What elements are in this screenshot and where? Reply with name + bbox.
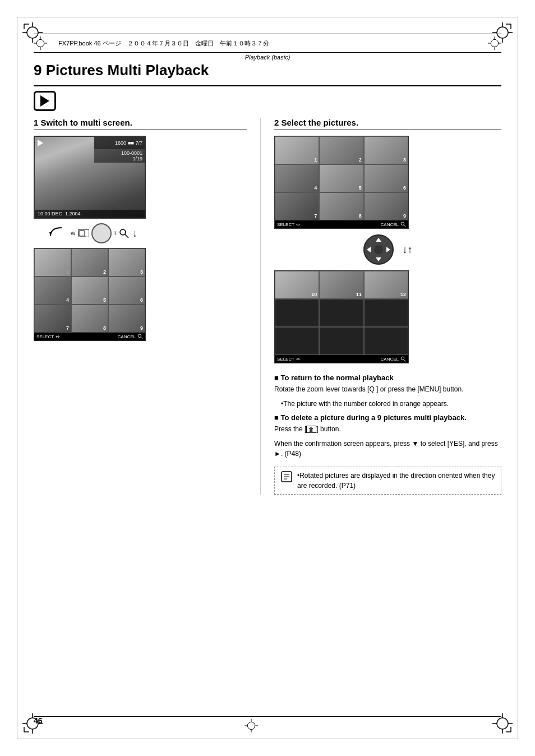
svg-point-28 <box>36 39 44 47</box>
grid-num-2: 2 <box>103 269 106 275</box>
cam-overlay-bar: 1600 ■■ 7/7 <box>94 137 145 149</box>
svg-point-41 <box>120 229 126 235</box>
svg-line-48 <box>404 359 405 361</box>
grid-cell-7: 7 <box>34 305 71 333</box>
zoom-icon <box>78 229 89 237</box>
grid-cell-9: 9 <box>108 305 145 333</box>
page-number: 46 <box>34 716 43 725</box>
right-num-7: 7 <box>314 213 317 219</box>
zoom-lever-arrow <box>45 225 67 242</box>
grid-num-7: 7 <box>66 325 69 331</box>
grid-cell-8: 8 <box>71 305 108 333</box>
note1-bullet: •The picture with the number colored in … <box>274 399 501 409</box>
down-arrow-indicator: ↓ <box>132 228 137 239</box>
svg-line-42 <box>125 234 128 238</box>
svg-rect-39 <box>79 231 85 236</box>
right-num-6: 6 <box>403 185 406 191</box>
right-cancel-top-label: CANCEL <box>381 222 399 227</box>
cam-icons: ■■ 7/7 <box>128 140 142 146</box>
trash-icon-inline: 🗑 <box>306 426 316 433</box>
right-dark-cell-2 <box>319 299 363 327</box>
grid-num-8: 8 <box>103 325 106 331</box>
left-select-arrows: ⇔ <box>56 334 60 339</box>
right-cell-4: 4 <box>275 164 319 192</box>
right-select-bottom: SELECT ⇔ <box>277 357 300 362</box>
right-num-8: 8 <box>359 213 362 219</box>
right-select-bottom-arrows: ⇔ <box>296 357 300 362</box>
svg-point-45 <box>401 222 404 225</box>
content-columns: 1 Switch to multi screen. 1600 ■■ 7/7 10… <box>34 118 501 495</box>
page-title: 9 Pictures Multi Playback <box>34 62 209 79</box>
note-box: •Rotated pictures are displayed in the d… <box>274 467 501 495</box>
right-grid-row-3: 7 8 9 <box>275 192 408 220</box>
right-select-grid-top: 1 2 3 4 5 6 <box>274 136 409 229</box>
svg-point-53 <box>248 722 255 729</box>
grid-num-1: 1 <box>66 269 69 275</box>
note2-text2: When the confirmation screen appears, pr… <box>274 439 501 459</box>
grid-num-3: 3 <box>140 269 143 275</box>
ud-arrows-label: ↓↑ <box>403 244 413 256</box>
notepad-icon <box>280 471 293 483</box>
right-num-3: 3 <box>403 157 406 163</box>
d-pad <box>363 234 394 265</box>
d-pad-right-arrow <box>386 247 390 252</box>
d-pad-area: ↓↑ <box>274 234 501 265</box>
page-subtitle: Playback (basic) <box>0 54 535 61</box>
note2-heading: ■ To delete a picture during a 9 picture… <box>274 413 501 422</box>
right-cell-8: 8 <box>319 192 363 220</box>
right-cancel-top: CANCEL <box>381 222 406 227</box>
grid-cell-6: 6 <box>108 276 145 305</box>
grid-cell-1: 1 <box>34 248 71 276</box>
right-cancel-bottom: CANCEL <box>381 356 406 362</box>
right-cell-12: 12 <box>364 271 408 299</box>
bottom-center-crosshair <box>245 719 258 732</box>
left-cancel-label: CANCEL <box>118 334 136 339</box>
right-cell-10: 10 <box>275 271 319 299</box>
right-grid-bar-bottom: SELECT ⇔ CANCEL <box>275 355 408 363</box>
header-text: FX7PP.book 46 ページ ２００４年７月３０日 金曜日 午前１０時３７… <box>58 39 477 48</box>
right-select-bottom-label: SELECT <box>277 357 294 362</box>
zoom-icon-svg <box>79 230 89 237</box>
svg-point-47 <box>401 357 404 360</box>
left-cancel-icon <box>137 334 143 339</box>
grid-row-1: 1 2 3 <box>34 248 145 276</box>
right-select-top: SELECT ⇔ <box>277 222 300 227</box>
right-num-2: 2 <box>359 157 362 163</box>
right-grid-bar-top: SELECT ⇔ CANCEL <box>275 220 408 228</box>
left-grid-bar: SELECT ⇔ CANCEL <box>34 333 145 340</box>
camera-screen: 1600 ■■ 7/7 100-0001 1/19 10:00 DEC. 1.2… <box>34 136 146 219</box>
right-num-1: 1 <box>314 157 317 163</box>
right-cell-11: 11 <box>319 271 363 299</box>
zoom-dial <box>91 223 112 243</box>
right-num-10: 10 <box>311 292 317 297</box>
notes-section: ■ To return to the normal playback Rotat… <box>274 374 501 495</box>
right-select-top-label: SELECT <box>277 222 294 227</box>
right-cancel-top-icon <box>400 222 406 227</box>
zoom-dial-area: W T <box>71 223 129 243</box>
right-grid-dark-row-2 <box>275 327 408 355</box>
right-dark-cell-4 <box>275 327 319 355</box>
cam-resolution: 1600 <box>115 140 126 146</box>
grid-cell-2: 2 <box>71 248 108 276</box>
right-dark-cell-5 <box>319 327 363 355</box>
zoom-arrow-area: W T ↓ <box>45 223 247 243</box>
d-pad-center <box>374 245 383 254</box>
svg-point-43 <box>138 334 141 338</box>
right-dark-cell-1 <box>275 299 319 327</box>
playback-icon-box <box>34 91 56 111</box>
magnifier-icon <box>119 228 129 238</box>
note1-heading: ■ To return to the normal playback <box>274 374 501 382</box>
grid-num-4: 4 <box>66 297 69 303</box>
right-grid-dark-row-1 <box>275 299 408 327</box>
grid-cell-5: 5 <box>71 276 108 305</box>
svg-line-46 <box>404 225 405 227</box>
note1-text: Rotate the zoom lever towards [Q ] or pr… <box>274 384 501 394</box>
left-select-label: SELECT <box>36 334 54 339</box>
right-num-4: 4 <box>314 185 317 191</box>
grid-num-5: 5 <box>103 297 106 303</box>
right-column: 2 Select the pictures. 1 2 3 4 5 <box>274 118 501 495</box>
step2-heading: 2 Select the pictures. <box>274 118 501 130</box>
grid-cell-4: 4 <box>34 276 71 305</box>
cam-play-icon <box>38 140 43 146</box>
grid-cell-3: 3 <box>108 248 145 276</box>
